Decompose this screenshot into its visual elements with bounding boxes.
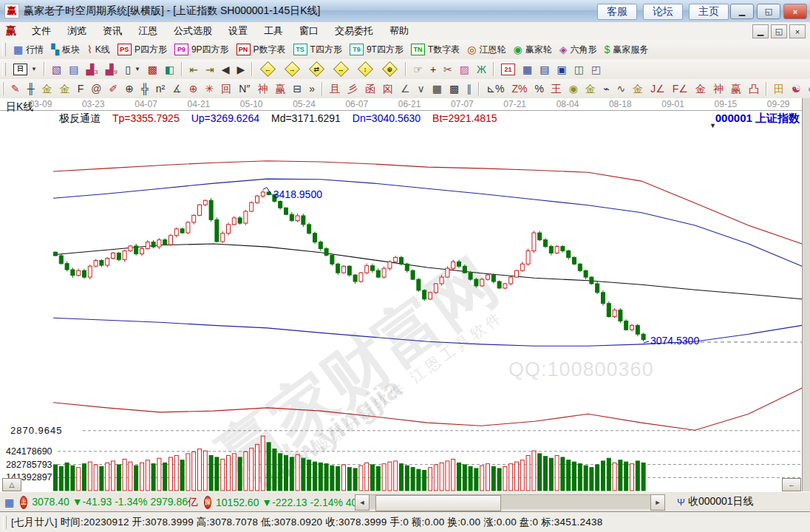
scroll-left-button[interactable]: ◄ [355,494,370,511]
p-square-button[interactable]: PSP四方形 [114,43,171,57]
blocks-button[interactable]: ▚板块 [47,43,84,57]
calculator-button[interactable]: ▦ [519,64,536,75]
draw-pencil-icon[interactable]: ✎ [7,83,24,95]
golden-ratio-icon[interactable]: 金 [56,83,74,95]
sz-exchange-icon[interactable]: 深 [204,496,211,509]
menu-item-help[interactable]: 帮助 [381,24,417,38]
last-bar-button[interactable]: ⇥ [202,64,218,75]
gann-wheel-icon[interactable]: ✳ [202,83,218,95]
j-angle-icon[interactable]: J∠ [647,83,669,95]
ruler-icon[interactable]: ⊟ [289,83,305,95]
grid-lines-icon[interactable]: ╬ [137,83,152,95]
first-bar-button[interactable]: ⇤ [186,64,202,75]
scroll-right-button[interactable]: ► [650,494,665,511]
home-button[interactable]: 主页 [689,4,729,20]
pattern-tool-button[interactable]: ▨ [456,64,473,75]
winner-wheel-button[interactable]: ◉赢家轮 [510,43,556,57]
spiral-icon[interactable]: @ [87,83,105,95]
step-percent-icon[interactable]: ⊾% [483,83,508,95]
cut-tool-button[interactable]: ✂ [440,64,456,75]
chart-region-button[interactable]: ▧ [48,64,65,75]
golden-fan-icon[interactable]: 金 [692,83,709,95]
retrace-percent-icon[interactable]: Z% [508,83,531,95]
next-bar-button[interactable]: ▶ [234,64,249,75]
inflection-icon[interactable]: ⌁ [599,83,613,95]
zoom-out-diamond[interactable]: ⊕ [378,61,402,77]
expand-diamond[interactable]: ↔ [329,61,353,77]
scrollbar-track[interactable] [370,494,650,509]
menu-item-gann[interactable]: 江恩 [130,24,166,38]
period-3-button[interactable]: ▟₃ [82,64,101,75]
menu-item-window[interactable]: 窗口 [291,24,327,38]
ying-line-icon[interactable]: 赢 [727,83,745,95]
close-button[interactable]: × [783,4,807,19]
n-mark-icon[interactable]: Ν″ [235,83,253,95]
gann-target-icon[interactable]: ⊕ [186,83,202,95]
menu-item-tools[interactable]: 工具 [256,24,291,38]
menu-item-file[interactable]: 文件 [24,24,59,38]
chart-area[interactable]: 赢家财富网 www.yingjia 赢家江恩软件 股票分析软件 江恩工具软件 Q… [0,98,810,491]
trend-angle-icon[interactable]: ∠ [397,83,414,95]
sz-index-quote[interactable]: 10152.60 ▼-222.13 -2.14% 4079.3 [216,497,367,508]
hexagon-button[interactable]: ◈六角形 [556,43,601,57]
pan-left-diamond[interactable]: ← [256,61,280,77]
calendar-button[interactable]: 21 [497,63,519,76]
golden-section-icon[interactable]: 金 [38,83,56,95]
notepad-button[interactable]: ▤ [536,64,553,75]
horizontal-scrollbar[interactable]: ◄ ► [355,494,665,509]
yinyang-icon[interactable]: ☯ [788,83,805,95]
infinity-icon[interactable]: ∞ [804,83,810,95]
band-icon[interactable]: 凸 [745,83,763,95]
ying-tool-icon[interactable]: 赢 [271,83,289,95]
sh-index-quote[interactable]: 3078.40 ▼-41.93 -1.34% 2979.86亿 [32,496,198,509]
volume-expand-button[interactable]: △ [2,478,21,491]
minimize-button[interactable]: ▁ [730,4,754,19]
t-square-button[interactable]: TST四方形 [290,43,346,57]
menu-item-settings[interactable]: 设置 [220,24,256,38]
golden-circle-icon[interactable]: ◉ [565,83,582,95]
sh-exchange-icon[interactable]: 上 [20,496,27,509]
dense-grid-icon[interactable]: ▦ [429,83,446,95]
scrollbar-thumb[interactable] [375,495,501,511]
crosshair-tool-button[interactable]: + [426,64,440,75]
golden-angle-icon[interactable]: 金 [629,83,647,95]
color-analysis-button[interactable]: ◧ [161,64,178,75]
analysis-tool-button[interactable]: Ж [473,64,490,75]
gann-grid-icon[interactable]: ╫ [24,83,38,95]
angle-line-icon[interactable]: ∡ [169,83,186,95]
network-button[interactable]: ◫ [571,64,588,75]
hand-tool-button[interactable]: ☞ [409,64,426,75]
n-square-icon[interactable]: n² [152,83,169,95]
menu-item-browse[interactable]: 浏览 [59,24,95,38]
quotes-button[interactable]: ▦行情 [10,43,47,57]
compress-diamond[interactable]: ⇄ [304,61,329,77]
draw-arrow-icon[interactable]: ✐ [105,83,121,95]
fan-lines-icon[interactable]: 彡 [344,83,361,95]
right-splitter[interactable] [802,98,810,491]
color-grid-icon[interactable]: 田 [770,83,788,95]
zigzag-icon[interactable]: ∨ [413,83,428,95]
more-tools-chevron[interactable]: » [305,83,319,95]
gann-circle-icon[interactable]: ⊕ [121,83,137,95]
winner-service-button[interactable]: $赢家服务 [601,43,653,57]
square-spiral-icon[interactable]: 回 [217,83,235,95]
gann-wheel-button[interactable]: ◎江恩轮 [463,43,509,57]
pattern-select-button[interactable]: ▩ [144,64,161,75]
fan-box-icon[interactable]: 函 [361,83,379,95]
kline-chart-canvas[interactable]: 2870.96454241786902827857931413928973418… [0,98,810,491]
child-close-button[interactable]: × [789,24,806,38]
period-day-dropdown[interactable]: 日▼ [10,63,41,76]
kline-button[interactable]: ⌇K线 [84,43,114,57]
period-9-button[interactable]: ▟₉ [102,64,121,75]
golden-line-icon[interactable]: 金 [582,83,599,95]
quotes-grid-icon[interactable]: ▦ [4,497,14,508]
forum-button[interactable]: 论坛 [643,4,683,20]
9t-square-button[interactable]: T99T四方形 [346,43,407,57]
mini-scroll-left-button[interactable]: ← [782,478,801,491]
child-minimize-button[interactable]: ▁ [752,24,769,38]
info-note-button[interactable]: ▤ [65,64,82,75]
feed-status[interactable]: Ψ 收000001日线 [677,495,754,508]
save-button[interactable]: ▣ [553,64,570,75]
prev-bar-button[interactable]: ◀ [218,64,234,75]
price-percent-icon[interactable]: 王 [548,83,565,95]
